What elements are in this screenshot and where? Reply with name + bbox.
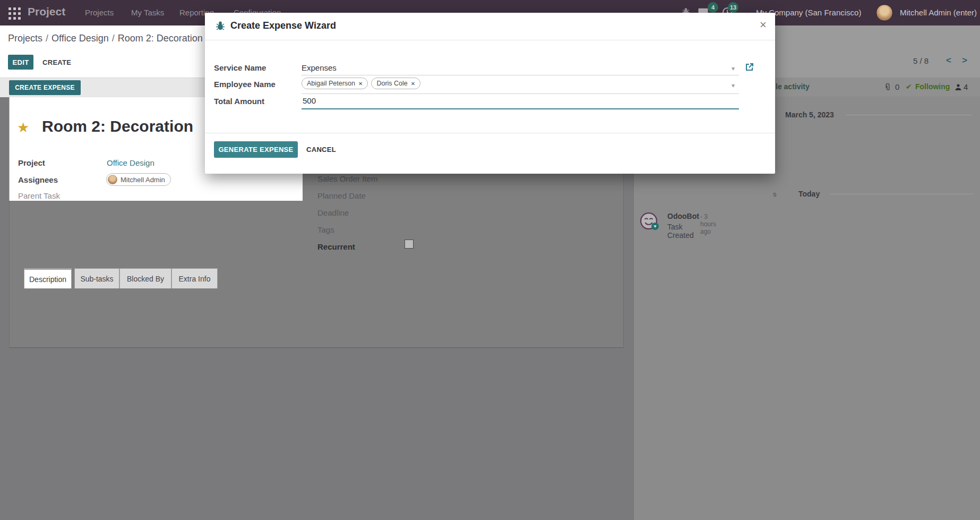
breadcrumb-current-task: Room 2: Decoration [118, 33, 203, 44]
odoobot-heart-badge: ♥ [651, 223, 659, 230]
today-divider: Today [798, 190, 820, 198]
field-label-recurrent: Recurrent [317, 242, 355, 251]
employee-tag-name: Abigail Peterson [307, 80, 355, 87]
user-menu[interactable]: Mitchell Admin (enter) [900, 8, 977, 17]
field-label-assignees: Assignees [18, 175, 58, 184]
nav-item-projects[interactable]: Projects [85, 8, 114, 17]
following-button[interactable]: Following [915, 82, 950, 91]
modal-header-divider [205, 40, 775, 40]
nav-item-my-tasks[interactable]: My Tasks [131, 8, 164, 17]
tag-remove-icon[interactable]: ✕ [358, 81, 363, 87]
service-name-value[interactable]: Expenses [302, 63, 337, 72]
breadcrumb-office-design[interactable]: Office Design [51, 33, 109, 44]
field-label-tags: Tags [317, 225, 334, 234]
apps-grid-icon[interactable] [8, 7, 21, 20]
total-amount-label: Total Amount [214, 97, 264, 106]
schedule-activity-button-partial[interactable]: le activity [776, 82, 810, 91]
assignee-avatar [108, 175, 117, 184]
modal-footer-divider [205, 133, 775, 133]
user-avatar[interactable] [876, 4, 893, 21]
field-label-planned-date: Planned Date [317, 191, 366, 200]
total-amount-focused-underline [302, 108, 739, 109]
field-label-parent-task: Parent Task [18, 191, 60, 200]
chevron-down-icon[interactable]: ▾ [732, 65, 735, 72]
tab-blocked-by[interactable]: Blocked By [119, 268, 171, 288]
message-body: Task Created [667, 223, 694, 240]
cancel-button[interactable]: CANCEL [306, 141, 336, 158]
external-link-icon[interactable] [744, 62, 754, 72]
pager-counter: 5 / 8 [913, 56, 929, 65]
employee-tag[interactable]: Abigail Peterson ✕ [302, 78, 368, 89]
activities-badge: 13 [728, 2, 738, 13]
favorite-star-icon[interactable]: ★ [17, 121, 29, 134]
messages-badge: 4 [708, 2, 718, 13]
task-title: Room 2: Decoration [42, 117, 193, 135]
paperclip-icon[interactable] [884, 83, 892, 91]
create-expense-wizard-modal: Create Expense Wizard × Service Name Exp… [205, 13, 775, 174]
close-icon[interactable]: × [760, 20, 767, 30]
follower-count: 4 [964, 82, 968, 91]
tab-description[interactable]: Description [24, 268, 72, 288]
pager-previous-button[interactable]: < [946, 55, 951, 66]
tag-remove-icon[interactable]: ✕ [411, 81, 415, 87]
tab-extra-info[interactable]: Extra Info [171, 268, 218, 288]
app-window: Project Projects My Tasks Reporting Conf… [0, 0, 980, 520]
assignee-pill[interactable]: Mitchell Admin [106, 173, 171, 186]
date-divider-line [846, 115, 972, 115]
modal-title: Create Expense Wizard [230, 20, 336, 31]
message-author: OdooBot [667, 212, 699, 220]
generate-expense-button[interactable]: GENERATE EXPENSE [214, 141, 298, 158]
employee-name-underline [302, 93, 739, 94]
breadcrumb-projects[interactable]: Projects [8, 33, 42, 44]
message-timestamp: - 3 hours ago [700, 213, 716, 235]
field-label-project: Project [18, 158, 45, 167]
employee-tag[interactable]: Doris Cole ✕ [371, 78, 420, 89]
service-name-label: Service Name [214, 63, 266, 72]
service-name-underline [302, 75, 739, 75]
chevron-down-icon[interactable]: ▾ [732, 82, 735, 89]
tab-sub-tasks[interactable]: Sub-tasks [74, 268, 119, 288]
create-expense-button[interactable]: CREATE EXPENSE [9, 80, 81, 95]
recurrent-checkbox[interactable] [405, 240, 414, 249]
followers-icon[interactable] [955, 83, 962, 91]
bug-icon [215, 21, 226, 31]
field-label-deadline: Deadline [317, 208, 349, 217]
field-label-sales-order-item: Sales Order Item [317, 174, 377, 183]
employee-name-label: Employee Name [214, 80, 276, 89]
breadcrumb: Projects/Office Design/Room 2: Decoratio… [8, 33, 203, 44]
pager-next-button[interactable]: > [962, 55, 967, 66]
edit-button[interactable]: EDIT [8, 55, 33, 70]
following-check-icon: ✔ [906, 82, 912, 91]
partial-text-remnant: s [773, 190, 777, 198]
attachment-count: 0 [895, 82, 899, 91]
project-link[interactable]: Office Design [107, 158, 154, 167]
date-divider: March 5, 2023 [785, 110, 834, 119]
employee-tag-name: Doris Cole [376, 80, 407, 87]
employee-tags: Abigail Peterson ✕ Doris Cole ✕ [302, 78, 424, 89]
total-amount-input[interactable] [303, 96, 738, 105]
app-brand[interactable]: Project [28, 5, 65, 18]
create-button[interactable]: CREATE [42, 55, 71, 70]
today-divider-line [830, 194, 973, 194]
assignee-name: Mitchell Admin [121, 176, 165, 184]
